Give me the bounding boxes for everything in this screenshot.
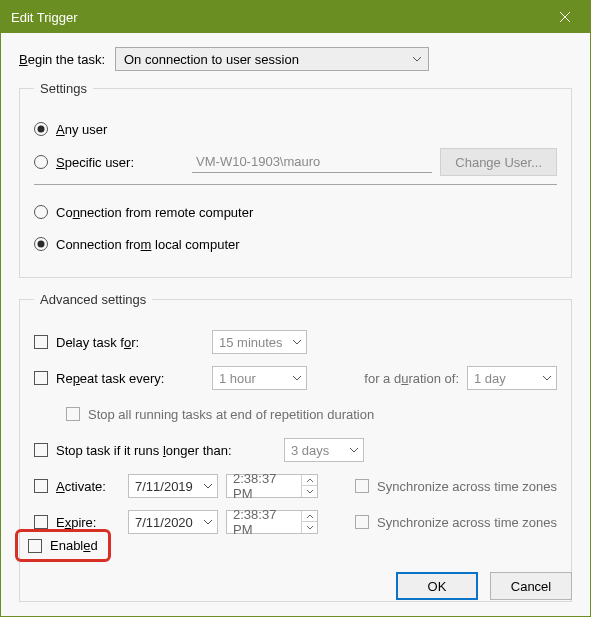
spinner-down-icon[interactable] xyxy=(302,486,317,497)
check-enabled-label: Enabled xyxy=(50,538,98,553)
change-user-button-label: Change User... xyxy=(455,155,542,170)
check-stop-running[interactable] xyxy=(66,407,80,421)
check-sync-tz-expire-label: Synchronize across time zones xyxy=(377,515,557,530)
check-stop-if-longer-label: Stop task if it runs longer than: xyxy=(56,443,264,458)
chevron-down-icon xyxy=(412,56,422,62)
radio-local-connection[interactable] xyxy=(34,237,48,251)
radio-any-user-label: Any user xyxy=(56,122,107,137)
check-delay-task-label: Delay task for: xyxy=(56,335,192,350)
check-stop-running-label: Stop all running tasks at end of repetit… xyxy=(88,407,374,422)
check-stop-if-longer[interactable] xyxy=(34,443,48,457)
ok-button-label: OK xyxy=(428,579,447,594)
spinner-down-icon[interactable] xyxy=(302,522,317,533)
check-repeat-task[interactable] xyxy=(34,371,48,385)
close-button[interactable] xyxy=(550,2,580,32)
activate-time-spinner[interactable]: 2:38:37 PM xyxy=(226,474,318,498)
activate-time-value: 2:38:37 PM xyxy=(227,471,301,501)
delay-task-value: 15 minutes xyxy=(219,335,283,350)
duration-value: 1 day xyxy=(474,371,506,386)
radio-specific-user-label: Specific user: xyxy=(56,155,134,170)
radio-remote-connection-label: Connection from remote computer xyxy=(56,205,253,220)
repeat-task-value: 1 hour xyxy=(219,371,256,386)
window-title: Edit Trigger xyxy=(11,10,77,25)
advanced-legend: Advanced settings xyxy=(34,292,152,307)
spinner-up-icon[interactable] xyxy=(302,475,317,486)
settings-legend: Settings xyxy=(34,81,93,96)
expire-date-value: 7/11/2020 xyxy=(135,515,193,530)
specific-user-input[interactable] xyxy=(192,151,432,173)
chevron-down-icon xyxy=(203,519,213,525)
separator xyxy=(34,184,557,185)
check-activate-label: Activate: xyxy=(56,479,120,494)
check-sync-tz-expire[interactable] xyxy=(355,515,369,529)
radio-remote-connection[interactable] xyxy=(34,205,48,219)
check-sync-tz-activate[interactable] xyxy=(355,479,369,493)
begin-task-combo-value: On connection to user session xyxy=(124,52,299,67)
stop-if-longer-combo[interactable]: 3 days xyxy=(284,438,364,462)
check-delay-task[interactable] xyxy=(34,335,48,349)
delay-task-combo[interactable]: 15 minutes xyxy=(212,330,307,354)
chevron-down-icon xyxy=(292,339,302,345)
begin-task-combo[interactable]: On connection to user session xyxy=(115,47,429,71)
duration-label: for a duration of: xyxy=(364,371,459,386)
check-expire-label: Expire: xyxy=(56,515,120,530)
expire-time-value: 2:38:37 PM xyxy=(227,507,301,537)
cancel-button-label: Cancel xyxy=(511,579,551,594)
chevron-down-icon xyxy=(292,375,302,381)
ok-button[interactable]: OK xyxy=(396,572,478,600)
radio-local-connection-label: Connection from local computer xyxy=(56,237,240,252)
enabled-highlight: Enabled xyxy=(15,529,111,562)
close-icon xyxy=(559,11,571,23)
expire-date-combo[interactable]: 7/11/2020 xyxy=(128,510,218,534)
chevron-down-icon xyxy=(349,447,359,453)
activate-date-value: 7/11/2019 xyxy=(135,479,193,494)
expire-time-spinner[interactable]: 2:38:37 PM xyxy=(226,510,318,534)
chevron-down-icon xyxy=(542,375,552,381)
check-sync-tz-activate-label: Synchronize across time zones xyxy=(377,479,557,494)
duration-combo[interactable]: 1 day xyxy=(467,366,557,390)
spinner-up-icon[interactable] xyxy=(302,511,317,522)
radio-specific-user[interactable] xyxy=(34,155,48,169)
activate-date-combo[interactable]: 7/11/2019 xyxy=(128,474,218,498)
check-enabled[interactable] xyxy=(28,539,42,553)
stop-if-longer-value: 3 days xyxy=(291,443,329,458)
check-expire[interactable] xyxy=(34,515,48,529)
check-activate[interactable] xyxy=(34,479,48,493)
repeat-task-combo[interactable]: 1 hour xyxy=(212,366,307,390)
change-user-button[interactable]: Change User... xyxy=(440,148,557,176)
begin-task-label: Begin the task: xyxy=(19,52,105,67)
check-repeat-task-label: Repeat task every: xyxy=(56,371,192,386)
radio-any-user[interactable] xyxy=(34,122,48,136)
cancel-button[interactable]: Cancel xyxy=(490,572,572,600)
chevron-down-icon xyxy=(203,483,213,489)
